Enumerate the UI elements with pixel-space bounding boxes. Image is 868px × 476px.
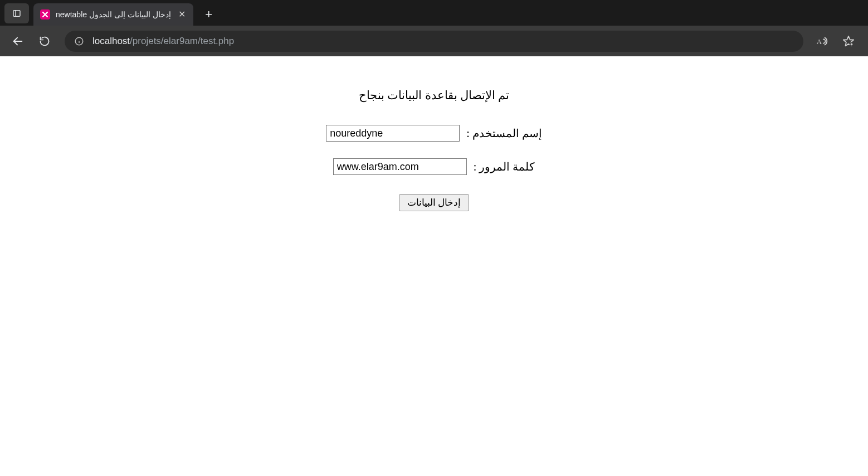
url-text: localhost/projets/elar9am/test.php bbox=[92, 36, 234, 47]
xampp-favicon-icon bbox=[40, 9, 50, 20]
username-input[interactable] bbox=[326, 125, 460, 142]
svg-text:A: A bbox=[817, 37, 822, 45]
browser-chrome: إدخال البيانات إلى الجدول newtable ✕ + bbox=[0, 0, 868, 56]
username-row: إسم المستخدم : bbox=[326, 125, 542, 142]
password-input[interactable] bbox=[333, 158, 467, 175]
db-connection-status: تم الإتصال بقاعدة البيانات بنجاح bbox=[359, 89, 509, 103]
site-info-icon[interactable] bbox=[74, 36, 85, 47]
submit-button[interactable]: إدخال البيانات bbox=[399, 194, 469, 211]
page-content: تم الإتصال بقاعدة البيانات بنجاح إسم الم… bbox=[0, 56, 868, 211]
tab-strip: إدخال البيانات إلى الجدول newtable ✕ + bbox=[0, 0, 868, 26]
read-aloud-icon[interactable]: A bbox=[812, 32, 831, 51]
page-viewport: تم الإتصال بقاعدة البيانات بنجاح إسم الم… bbox=[0, 56, 868, 476]
favorites-icon[interactable] bbox=[839, 32, 858, 51]
password-row: كلمة المرور : bbox=[333, 158, 535, 175]
browser-tab[interactable]: إدخال البيانات إلى الجدول newtable ✕ bbox=[33, 3, 193, 26]
password-label: كلمة المرور : bbox=[474, 160, 535, 173]
submit-row: إدخال البيانات bbox=[399, 194, 469, 211]
toolbar-right: A bbox=[812, 32, 861, 51]
reload-button[interactable] bbox=[33, 30, 56, 52]
browser-toolbar: localhost/projets/elar9am/test.php A bbox=[0, 26, 868, 56]
url-host: localhost bbox=[92, 36, 130, 46]
tab-title: إدخال البيانات إلى الجدول newtable bbox=[56, 10, 171, 19]
tab-close-icon[interactable]: ✕ bbox=[177, 9, 188, 20]
svg-rect-0 bbox=[13, 11, 20, 17]
url-path: /projets/elar9am/test.php bbox=[130, 36, 234, 46]
username-label: إسم المستخدم : bbox=[466, 127, 542, 140]
tab-actions-button[interactable] bbox=[4, 3, 29, 23]
back-button[interactable] bbox=[7, 30, 29, 52]
address-bar[interactable]: localhost/projets/elar9am/test.php bbox=[65, 31, 803, 52]
new-tab-button[interactable]: + bbox=[199, 4, 219, 25]
